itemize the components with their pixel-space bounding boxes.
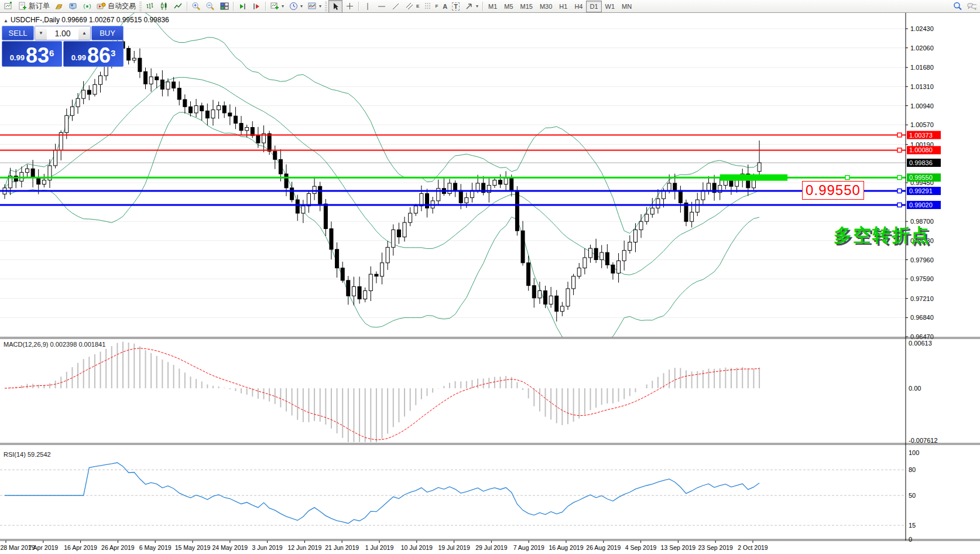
timeframe-h4[interactable]: H4: [571, 1, 586, 12]
timeframe-h1[interactable]: H1: [556, 1, 571, 12]
candlestick: [205, 111, 209, 118]
autotrading-button[interactable]: 自动交易: [94, 0, 138, 13]
timeframe-w1[interactable]: W1: [602, 1, 619, 12]
fibonacci-tool[interactable]: F: [422, 0, 440, 13]
candlestick: [414, 206, 417, 213]
collapse-icon[interactable]: ▲: [4, 18, 8, 23]
candlestick: [707, 183, 711, 190]
candlestick: [99, 76, 102, 84]
volume-increase-button[interactable]: ▲: [78, 26, 90, 40]
buy-button[interactable]: BUY: [91, 26, 124, 40]
chart-shift-button[interactable]: [249, 0, 263, 13]
line-chart-icon: [173, 2, 183, 11]
new-order-button[interactable]: 新订单: [15, 0, 52, 13]
candlestick: [758, 163, 761, 172]
text-tool[interactable]: A: [440, 0, 450, 13]
timeframe-d1[interactable]: D1: [586, 1, 601, 12]
candlestick: [290, 188, 294, 200]
date-tick-label: 23 Sep 2019: [698, 544, 733, 551]
price-badge-label: 0.99291: [909, 187, 933, 194]
price-level-callout[interactable]: 0.99550: [802, 181, 864, 200]
candlestick: [532, 286, 536, 298]
text-label-icon: T: [452, 2, 460, 11]
rsi-axis-label: 100: [909, 449, 919, 456]
candlestick: [549, 296, 553, 304]
new-order-icon: [18, 2, 27, 11]
candlestick: [318, 186, 322, 204]
indicators-dropdown[interactable]: ▾: [268, 0, 286, 13]
line-handle[interactable]: [845, 176, 849, 180]
date-tick-label: 16 Apr 2019: [64, 544, 97, 551]
candlestick: [347, 281, 350, 296]
trendline-tool[interactable]: [389, 0, 403, 13]
sell-price-box[interactable]: 0.99 83 6: [2, 41, 62, 67]
zoom-in-button[interactable]: [189, 0, 203, 13]
sell-button[interactable]: SELL: [2, 26, 34, 40]
chart-window: 1.024301.020601.016801.013101.009401.005…: [0, 13, 980, 554]
caret-icon: ▾: [300, 4, 303, 9]
search-button[interactable]: [951, 0, 965, 13]
volume-decrease-button[interactable]: ▼: [35, 26, 47, 40]
candlestick: [527, 263, 530, 286]
cursor-button[interactable]: [328, 0, 342, 13]
crosshair-button[interactable]: [342, 0, 357, 13]
support-zone-rectangle[interactable]: [720, 175, 787, 181]
price-tick-label: 0.96840: [910, 314, 934, 321]
arrows-dropdown[interactable]: ▾: [462, 0, 481, 13]
new-chart-button[interactable]: [1, 0, 15, 13]
line-handle[interactable]: [897, 189, 902, 193]
signals-button[interactable]: [80, 0, 94, 13]
candlestick: [673, 183, 677, 190]
candlestick: [403, 223, 406, 237]
volume-input[interactable]: [47, 26, 78, 40]
templates-dropdown[interactable]: ▾: [305, 0, 324, 13]
buy-price-box[interactable]: 0.99 86 3: [63, 41, 124, 67]
periods-dropdown[interactable]: ▾: [286, 0, 305, 13]
line-handle[interactable]: [897, 176, 902, 180]
chat-button[interactable]: [965, 0, 979, 13]
chart-canvas[interactable]: 1.024301.020601.016801.013101.009401.005…: [0, 13, 980, 554]
price-tick-label: 1.01310: [910, 83, 934, 90]
candlestick: [127, 49, 131, 60]
candlestick: [65, 115, 68, 132]
auto-scroll-button[interactable]: [235, 0, 249, 13]
bar-chart-button[interactable]: [143, 0, 157, 13]
candlestick: [352, 286, 355, 296]
zoom-out-icon: [205, 2, 215, 11]
metaeditor-button[interactable]: [66, 0, 80, 13]
line-handle[interactable]: [897, 133, 902, 137]
channel-tool[interactable]: E: [403, 0, 422, 13]
chart-title: ▲USDCHF-,Daily 0.99669 1.00267 0.99515 0…: [4, 16, 169, 24]
buy-price-prefix: 0.99: [71, 52, 86, 64]
timeframe-m30[interactable]: M30: [536, 1, 556, 12]
candlestick: [172, 82, 176, 88]
line-handle[interactable]: [897, 148, 902, 152]
buy-price-big: 86: [87, 47, 111, 64]
date-tick-label: 3 Jun 2019: [252, 544, 283, 551]
candlestick: [330, 229, 333, 249]
horizontal-line-tool[interactable]: [375, 0, 389, 13]
candlestick: [555, 296, 558, 311]
line-handle[interactable]: [897, 203, 902, 207]
market-watch-button[interactable]: [52, 0, 66, 13]
vertical-line-tool[interactable]: [361, 0, 375, 13]
text-label-tool[interactable]: T: [450, 0, 462, 13]
candlestick: [701, 190, 705, 200]
zoom-out-button[interactable]: [203, 0, 217, 13]
candlestick: [76, 98, 80, 107]
price-badge-label: 0.99836: [909, 159, 933, 166]
candlestick: [144, 71, 148, 84]
timeframe-m15[interactable]: M15: [517, 1, 536, 12]
channel-letter: E: [416, 4, 419, 9]
timeframe-m5[interactable]: M5: [501, 1, 516, 12]
date-tick-label: 16 Aug 2019: [549, 544, 584, 551]
tile-windows-button[interactable]: [217, 0, 231, 13]
fibonacci-letter: F: [435, 4, 438, 9]
candlestick-chart-button[interactable]: [157, 0, 171, 13]
candlestick: [628, 242, 632, 250]
timeframe-m1[interactable]: M1: [485, 1, 501, 12]
timeframe-mn[interactable]: MN: [618, 1, 635, 12]
candlestick: [515, 190, 519, 231]
line-chart-button[interactable]: [171, 0, 185, 13]
candlestick: [279, 159, 282, 174]
